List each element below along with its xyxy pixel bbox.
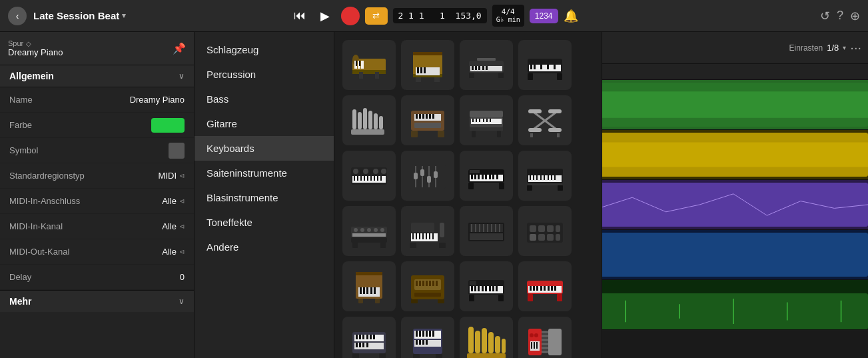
instrument-controller[interactable]: [342, 206, 396, 256]
snap-value[interactable]: 1/8: [827, 43, 839, 53]
svg-rect-166: [530, 234, 536, 241]
svg-rect-201: [496, 286, 498, 291]
svg-rect-59: [472, 119, 474, 122]
instrument-organ-pipes[interactable]: [460, 317, 513, 358]
svg-rect-74: [530, 133, 533, 137]
color-swatch[interactable]: [151, 118, 185, 133]
instrument-organ2[interactable]: [342, 317, 396, 358]
svg-rect-122: [554, 175, 556, 180]
svg-rect-144: [429, 233, 430, 239]
svg-rect-250: [488, 332, 494, 353]
svg-rect-62: [483, 119, 484, 122]
accordion-icon: [525, 325, 565, 359]
category-percussion[interactable]: Percussion: [195, 62, 334, 87]
loop-button[interactable]: ⇄: [364, 7, 387, 25]
svg-rect-268: [536, 342, 538, 349]
instrument-stage-piano[interactable]: [518, 40, 572, 90]
category-toneffekte[interactable]: Toneffekte: [195, 210, 334, 235]
svg-rect-61: [479, 119, 480, 122]
record-button[interactable]: [340, 7, 359, 25]
category-keyboards[interactable]: Keyboards: [195, 136, 334, 161]
instrument-upright-piano[interactable]: [401, 40, 454, 90]
svg-rect-174: [363, 287, 365, 294]
svg-rect-127: [352, 233, 386, 237]
spur-disclosure-icon: ◇: [26, 40, 31, 47]
category-blasinstrumente[interactable]: Blasinstrumente: [195, 185, 334, 210]
svg-rect-190: [411, 299, 418, 303]
project-title[interactable]: Late Session Beat ▾: [33, 10, 126, 21]
svg-point-264: [534, 333, 538, 337]
metronome-icon[interactable]: 🔔: [564, 9, 578, 23]
instrument-electric-piano[interactable]: [460, 40, 513, 90]
svg-rect-44: [351, 129, 384, 135]
einrasten-label: Einrasten: [789, 43, 823, 53]
pin-icon[interactable]: 📌: [173, 42, 186, 55]
time-signature: 4/4 G♭ min: [492, 5, 524, 27]
instrument-keyboard2[interactable]: [518, 151, 572, 201]
instrument-organ-console[interactable]: [401, 317, 454, 358]
drumpad-icon: [525, 215, 565, 248]
play-button[interactable]: ▶: [315, 6, 335, 26]
back-button[interactable]: ‹: [8, 7, 27, 25]
keyboard1-icon: [466, 159, 506, 193]
instrument-sequencer[interactable]: [460, 206, 513, 256]
instrument-workstation[interactable]: [401, 206, 454, 256]
svg-rect-79: [357, 176, 358, 181]
instrument-keyboard1[interactable]: [460, 151, 513, 201]
add-icon[interactable]: ⊕: [850, 9, 860, 23]
svg-rect-176: [370, 287, 372, 294]
svg-rect-35: [554, 65, 556, 69]
instrument-stage2[interactable]: [460, 261, 513, 311]
rewind-button[interactable]: ⏮: [290, 6, 310, 26]
instrument-stage3[interactable]: [518, 261, 572, 311]
category-bass[interactable]: Bass: [195, 87, 334, 111]
instrument-xylophone-stand[interactable]: [518, 95, 572, 145]
help-icon[interactable]: ?: [837, 9, 843, 23]
instrument-drumpad[interactable]: [518, 206, 572, 256]
allgemein-section-header[interactable]: Allgemein ∨: [0, 65, 194, 87]
instrument-reed-organ[interactable]: [401, 95, 454, 145]
category-saiteninstrumente[interactable]: Saiteninstrumente: [195, 161, 334, 185]
param-delay-value[interactable]: 0: [180, 272, 185, 282]
param-standardregionstyp-value[interactable]: MIDI ⊲: [159, 171, 185, 181]
svg-rect-108: [492, 175, 494, 179]
instrument-accordion[interactable]: [518, 317, 572, 358]
svg-rect-38: [352, 109, 356, 129]
snap-control: Einrasten 1/8 ▾: [789, 43, 847, 53]
param-midi-in-kanal-value[interactable]: Alle ⊲: [162, 221, 185, 231]
category-gitarre[interactable]: Gitarre: [195, 111, 334, 136]
instrument-grand-piano[interactable]: [342, 40, 396, 90]
top-bar-right: ↺ ? ⊕: [820, 9, 860, 23]
instrument-cabinet[interactable]: [401, 261, 454, 311]
tracks-more-button[interactable]: ···: [850, 40, 861, 55]
category-schlagzeug[interactable]: Schlagzeug: [195, 37, 334, 62]
instrument-mixer[interactable]: [401, 151, 454, 201]
svg-rect-211: [544, 286, 546, 291]
sequencer-icon: [466, 215, 506, 248]
count-in-button[interactable]: 1234: [530, 9, 558, 23]
param-name-value[interactable]: Dreamy Piano: [130, 95, 185, 105]
symbol-icon[interactable]: [169, 143, 185, 159]
svg-rect-162: [530, 225, 536, 232]
mehr-title: Mehr: [9, 296, 31, 307]
svg-rect-14: [417, 67, 419, 73]
param-midi-in-anschluss-value[interactable]: Alle ⊲: [162, 196, 185, 206]
svg-rect-23: [478, 66, 480, 70]
svg-rect-8: [356, 61, 357, 66]
svg-rect-71: [548, 109, 562, 113]
svg-rect-42: [374, 113, 378, 129]
loop-icon[interactable]: ↺: [820, 9, 830, 23]
svg-rect-105: [482, 175, 484, 179]
svg-rect-194: [471, 286, 473, 291]
instrument-pipe-organ[interactable]: [342, 95, 396, 145]
svg-rect-52: [432, 114, 434, 119]
keyboard2-icon: [525, 159, 565, 193]
instrument-upright2[interactable]: [342, 261, 396, 311]
instrument-synth-bass[interactable]: [342, 151, 396, 201]
stage-piano-icon: [525, 49, 565, 82]
mehr-section[interactable]: Mehr ∨: [0, 290, 194, 312]
category-andere[interactable]: Andere: [195, 235, 334, 259]
param-standardregionstyp-label: Standardregionstyp: [9, 171, 159, 181]
param-midi-out-kanal-value[interactable]: Alle ⊲: [162, 247, 185, 257]
instrument-clavinet[interactable]: [460, 95, 513, 145]
